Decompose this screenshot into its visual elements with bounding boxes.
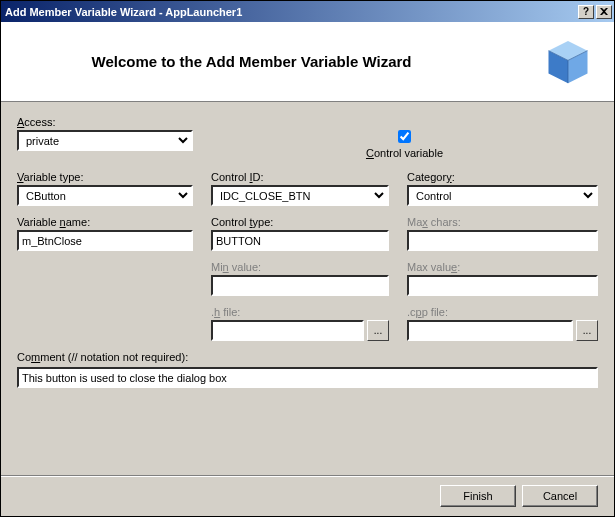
title-bar: Add Member Variable Wizard - AppLauncher… xyxy=(1,1,614,22)
h-file-input xyxy=(211,320,364,341)
variable-type-select[interactable]: CButton xyxy=(17,185,193,206)
max-value-label: Max value: xyxy=(407,261,598,273)
control-variable-checkbox[interactable] xyxy=(398,130,411,143)
max-value-input xyxy=(407,275,598,296)
close-button[interactable] xyxy=(596,5,612,19)
comment-label: Comment (// notation not required): xyxy=(17,351,598,363)
min-value-input xyxy=(211,275,389,296)
h-file-label: .h file: xyxy=(211,306,389,318)
max-chars-label: Max chars: xyxy=(407,216,598,228)
wizard-welcome-text: Welcome to the Add Member Variable Wizar… xyxy=(21,53,542,70)
cpp-file-input xyxy=(407,320,573,341)
wizard-cube-icon xyxy=(542,36,594,88)
category-label: Category: xyxy=(407,171,598,183)
cpp-file-browse-button[interactable]: ... xyxy=(576,320,598,341)
min-value-label: Min value: xyxy=(211,261,389,273)
control-id-label: Control ID: xyxy=(211,171,389,183)
title-bar-buttons: ? xyxy=(576,5,612,19)
control-variable-label: Control variable xyxy=(366,147,443,159)
wizard-body: Access: private Control variable Variabl… xyxy=(1,102,614,475)
category-select[interactable]: Control xyxy=(407,185,598,206)
control-type-label: Control type: xyxy=(211,216,389,228)
window-title: Add Member Variable Wizard - AppLauncher… xyxy=(5,6,576,18)
comment-input[interactable] xyxy=(17,367,598,388)
help-button[interactable]: ? xyxy=(578,5,594,19)
wizard-header: Welcome to the Add Member Variable Wizar… xyxy=(1,22,614,102)
control-type-input[interactable] xyxy=(211,230,389,251)
variable-name-label: Variable name: xyxy=(17,216,193,228)
wizard-window: Add Member Variable Wizard - AppLauncher… xyxy=(0,0,615,517)
access-select[interactable]: private xyxy=(17,130,193,151)
button-bar: Finish Cancel xyxy=(1,475,614,516)
cancel-button[interactable]: Cancel xyxy=(522,485,598,507)
cpp-file-label: .cpp file: xyxy=(407,306,598,318)
finish-button[interactable]: Finish xyxy=(440,485,516,507)
access-label: Access: xyxy=(17,116,193,128)
control-id-select[interactable]: IDC_CLOSE_BTN xyxy=(211,185,389,206)
variable-type-label: Variable type: xyxy=(17,171,193,183)
variable-name-input[interactable] xyxy=(17,230,193,251)
max-chars-input xyxy=(407,230,598,251)
h-file-browse-button[interactable]: ... xyxy=(367,320,389,341)
